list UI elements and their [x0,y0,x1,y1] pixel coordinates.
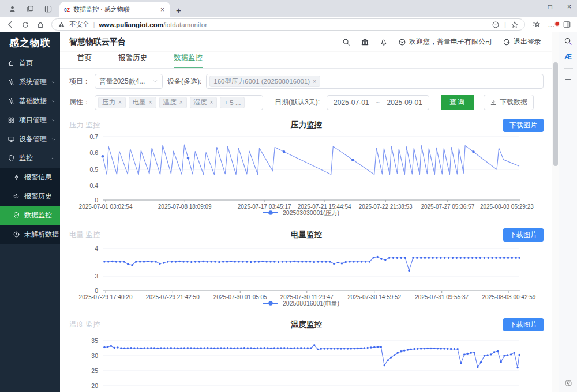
sidebar-item-label: 设备管理 [19,134,47,144]
tag-close-icon[interactable]: × [118,99,122,105]
chevron-down-icon [51,118,57,123]
svg-text:0: 0 [95,197,98,203]
svg-text:2025-07-29 17:40:20: 2025-07-29 17:40:20 [79,294,133,300]
sidebar-subitem-clockq[interactable]: 未解析数据 [0,225,60,244]
pressure-chart: 0.70.60.50.402025-07-01 03:02:542025-07-… [69,132,544,218]
sidebar-item-home[interactable]: 首页 [0,54,60,73]
sidebar-item-gear[interactable]: 基础数据 [0,92,60,111]
page-content: 项目： 普量2025款4... 设备(多选): 160型压力6001 (2025… [60,69,552,392]
battery-chart: 4302025-07-29 17:40:202025-07-29 21:42:5… [69,244,544,308]
device-tag: 160型压力6001 (202508016001)× [209,76,320,87]
translate-icon[interactable] [492,21,500,29]
sidebar-subitem-bolt[interactable]: 报警信息 [0,168,60,187]
gear-icon [8,78,15,86]
page-tab-item[interactable]: 首页 [77,53,92,68]
app-sidebar: 感之物联 首页系统管理基础数据项目管理设备管理监控报警信息报警历史数据监控未解析… [0,32,60,392]
chevron-up-icon [50,156,55,161]
query-button[interactable]: 查询 [441,95,474,110]
pressure-download-image-button[interactable]: 下载图片 [503,119,544,132]
temperature-chart-title: 温度监控 [291,319,322,330]
svg-text:2025-07-22 21:38:53: 2025-07-22 21:38:53 [359,203,413,210]
sidebar-item-gear[interactable]: 系统管理 [0,73,60,92]
sidebar-item-label: 首页 [19,58,33,68]
svg-text:2025-07-08 18:09:09: 2025-07-08 18:09:09 [158,203,212,210]
refresh-button[interactable] [21,21,29,29]
ime-hidden-icons[interactable] [564,379,572,387]
tag-close-icon[interactable]: × [149,99,152,105]
address-bar[interactable]: 不安全 | www.puliangiot.com/iotdatamonitor … [51,18,525,31]
copilot-icon[interactable]: Æ [564,52,572,61]
logout-button[interactable]: 退出登录 [503,37,541,47]
sidebar-item-pin[interactable]: 监控 [0,149,60,168]
svg-text:0.4: 0.4 [89,182,98,189]
sidebar-subitem-label: 数据监控 [24,210,52,220]
tag-close-icon[interactable]: × [179,99,183,105]
app-header: 智慧物联云平台 欢迎您，普量电子有限公司 退出登录 [60,32,552,51]
date-end: 2025-09-01 [387,99,422,107]
svg-text:20: 20 [91,382,98,389]
svg-text:2025-07-01 03:02:54: 2025-07-01 03:02:54 [79,203,133,210]
device-label: 设备(多选): [167,77,201,86]
favorite-star-icon[interactable] [511,21,519,29]
battery-legend-label: 202508016001(电量) [283,300,339,307]
not-secure-icon[interactable] [58,21,65,28]
browser-menu-icon[interactable]: … [548,20,556,29]
svg-text:35: 35 [91,337,98,344]
window-minimize-button[interactable]: – [529,3,533,11]
window-close-button[interactable]: × [567,3,571,11]
attr-label: 属性： [69,97,90,107]
project-select[interactable]: 普量2025款4... [95,74,163,89]
collections-icon[interactable] [532,20,541,29]
page-tabs: 首页报警历史数据监控 [60,51,552,69]
user-menu[interactable]: 欢迎您，普量电子有限公司 [398,37,492,47]
download-data-button[interactable]: 下载数据 [484,95,534,110]
sidebar-item-label: 监控 [19,153,33,163]
temperature-section-label: 温度 监控 [69,320,291,330]
split-screen-icon[interactable] [563,20,571,29]
rail-divider [564,68,573,69]
svg-text:0: 0 [95,287,98,294]
attribute-multiselect[interactable]: 压力×电量×温度×湿度×+ 5 ... [95,95,263,110]
welcome-text: 欢迎您，普量电子有限公司 [409,37,492,47]
header-search-icon[interactable] [342,38,350,46]
sidebar-item-grid[interactable]: 项目管理 [0,111,60,130]
page-scrollbar[interactable] [552,32,559,392]
new-tab-button[interactable]: + [176,5,181,15]
tag-close-icon[interactable]: × [210,99,213,105]
rail-search-icon[interactable] [564,37,572,46]
tab-close-icon[interactable]: × [159,6,166,14]
scrollbar-thumb[interactable] [553,62,558,166]
chevron-down-icon [51,99,57,104]
tag-close-icon[interactable]: × [313,78,316,85]
pressure-section-label: 压力 监控 [69,120,291,130]
window-maximize-button[interactable]: □ [548,3,552,11]
sidebar-subitem-shieldcheck[interactable]: 数据监控 [0,206,60,225]
workspaces-icon[interactable] [26,5,35,13]
attribute-more-tag[interactable]: + 5 ... [220,97,245,108]
temperature-download-image-button[interactable]: 下载图片 [503,318,544,331]
sidebar-item-monitor[interactable]: 设备管理 [0,130,60,149]
date-range-input[interactable]: 2025-07-01 ~ 2025-09-01 [327,95,429,110]
tab-actions-icon[interactable] [44,5,53,13]
notifications-bell-icon[interactable] [380,38,388,46]
battery-chart-title: 电量监控 [291,229,322,240]
sidebar-subitem-horn[interactable]: 报警历史 [0,187,60,206]
attribute-tag: 湿度× [190,97,218,108]
security-label: 不安全 [69,20,89,29]
sidebar-subitem-label: 报警历史 [24,191,52,201]
battery-download-image-button[interactable]: 下载图片 [503,228,544,242]
page-tab-active[interactable]: 数据监控 [174,53,203,68]
browser-tab[interactable]: 0Z 数据监控 · 感之物联 × [59,2,170,17]
fullscreen-icon[interactable] [361,37,369,46]
svg-text:0.7: 0.7 [89,133,98,140]
rail-add-icon[interactable] [564,76,572,83]
svg-text:3: 3 [95,273,98,280]
device-multiselect[interactable]: 160型压力6001 (202508016001)× [206,74,544,89]
chevron-down-icon [152,78,158,84]
page-tab-item[interactable]: 报警历史 [118,53,147,68]
browser-profile-icon[interactable] [8,5,17,13]
browser-home-button[interactable] [36,21,44,29]
download-icon [490,99,497,106]
sidebar-subitem-label: 未解析数据 [24,229,59,239]
back-button[interactable] [6,20,14,29]
